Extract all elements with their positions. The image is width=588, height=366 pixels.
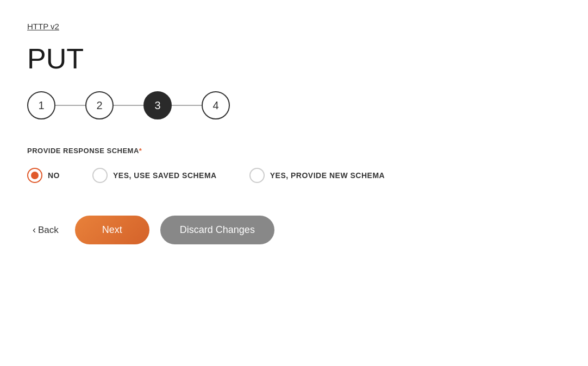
radio-yes-new-outer[interactable] [249, 168, 265, 183]
step-1[interactable]: 1 [27, 91, 55, 119]
radio-no-label: NO [48, 171, 60, 180]
radio-option-yes-new[interactable]: YES, PROVIDE NEW SCHEMA [249, 168, 385, 183]
radio-yes-saved-outer[interactable] [92, 168, 108, 183]
back-button[interactable]: ‹ Back [27, 224, 64, 236]
back-chevron-icon: ‹ [33, 224, 36, 236]
radio-group: NO YES, USE SAVED SCHEMA YES, PROVIDE NE… [27, 168, 561, 183]
step-connector-3-4 [172, 105, 202, 106]
step-connector-2-3 [114, 105, 143, 106]
step-connector-1-2 [55, 105, 85, 106]
page-container: HTTP v2 PUT 1 2 3 4 PROVIDE RESPONSE SCH… [0, 0, 588, 366]
radio-no-outer[interactable] [27, 168, 42, 183]
radio-option-yes-saved[interactable]: YES, USE SAVED SCHEMA [92, 168, 217, 183]
section-label: PROVIDE RESPONSE SCHEMA* [27, 147, 561, 155]
step-2[interactable]: 2 [85, 91, 114, 119]
page-title: PUT [27, 42, 561, 75]
required-star: * [139, 147, 142, 155]
stepper: 1 2 3 4 [27, 91, 561, 119]
radio-no-inner [31, 172, 39, 179]
next-button[interactable]: Next [75, 216, 149, 244]
breadcrumb-link[interactable]: HTTP v2 [27, 22, 59, 31]
radio-yes-new-label: YES, PROVIDE NEW SCHEMA [270, 171, 385, 180]
radio-yes-saved-label: YES, USE SAVED SCHEMA [113, 171, 217, 180]
radio-option-no[interactable]: NO [27, 168, 60, 183]
footer-actions: ‹ Back Next Discard Changes [27, 216, 561, 244]
step-4[interactable]: 4 [202, 91, 230, 119]
discard-changes-button[interactable]: Discard Changes [160, 216, 274, 244]
step-3[interactable]: 3 [143, 91, 172, 119]
